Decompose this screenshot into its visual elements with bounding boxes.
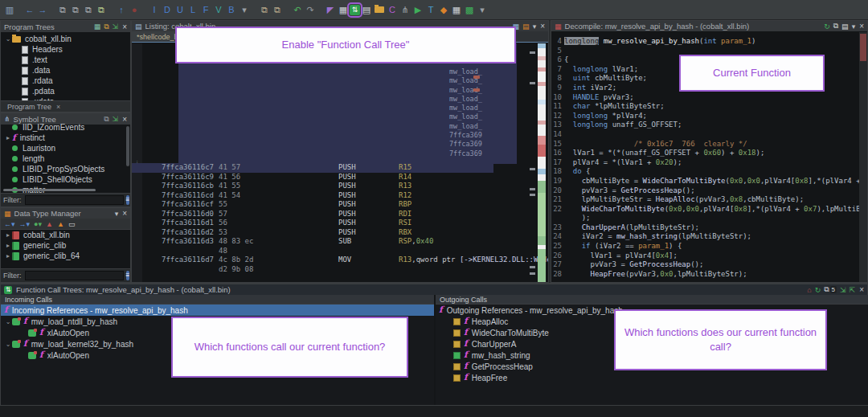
decompile-line[interactable]: 11 char *lpMultiByteStr; — [551, 102, 867, 112]
format-f-icon[interactable]: F — [199, 2, 212, 17]
decompile-line[interactable]: 18 do { — [551, 167, 867, 177]
format-v-icon[interactable]: V — [212, 2, 225, 17]
close-icon[interactable]: × — [122, 209, 127, 218]
decompile-line[interactable]: 23 CharUpperA(lpMultiByteStr); — [551, 223, 867, 233]
filter-options-icon[interactable]: ≡ — [126, 195, 130, 205]
program-tree-section[interactable]: .rdata — [4, 76, 130, 86]
program-tree-root[interactable]: ⌄cobalt_xll.bin — [4, 34, 130, 44]
dtm-item[interactable]: ▸cobalt_xll.bin — [4, 230, 130, 240]
decompile-line[interactable]: 19 cbMultiByte = WideCharToMultiByte(0x0… — [551, 177, 867, 186]
incoming-root-row[interactable]: fIncoming References - mw_resolve_api_by… — [1, 305, 434, 316]
chevron-right-icon[interactable]: ▸ — [4, 252, 12, 260]
listing-row[interactable]: 7ffca36116d348 83 ecSUBRSP,0x40 — [132, 237, 524, 247]
xref-label[interactable]: 7ffca369 — [449, 131, 526, 140]
undo-icon[interactable]: ↶ — [291, 2, 304, 17]
dtm-scope-icon[interactable]: ●▾ — [34, 220, 42, 228]
decompile-line[interactable]: 22 WideCharToMultiByte(0x0,0x0,plVar4[0x… — [551, 205, 867, 215]
menu-caret-icon[interactable]: ▾ — [533, 22, 537, 31]
decompile-line[interactable]: 21 lpMultiByteStr = HeapAlloc(pvVar3,0x8… — [551, 195, 867, 205]
decompile-line[interactable]: 24 iVar2 = mw_hash_string(lpMultiByteStr… — [551, 232, 867, 242]
xref-label[interactable]: mw_load_ — [449, 112, 526, 121]
clipboard-alt-icon[interactable]: ⧉ — [271, 2, 284, 17]
decompile-line[interactable]: 17 plVar4 = *(lVar1 + 0x20); — [551, 158, 867, 168]
expand-tree-icon[interactable]: ⇲ — [840, 286, 846, 294]
close-icon[interactable]: × — [859, 22, 864, 31]
chevron-right-icon[interactable]: ▸ — [4, 242, 12, 249]
listing-row[interactable]: 7ffca36116d057PUSHRDI — [132, 210, 524, 219]
function-call-trees-icon[interactable]: ⇅ — [350, 5, 360, 15]
bytes-caret-icon[interactable]: ▾ — [476, 2, 489, 17]
refresh-icon[interactable]: ↻ — [815, 286, 821, 294]
decompile-line[interactable]: 13 longlong unaff_GS_OFFSET; — [551, 121, 867, 130]
paste-icon[interactable]: ⧉ — [69, 2, 82, 17]
open-folder-icon[interactable]: ⧉ — [104, 22, 108, 31]
collapse-tree-icon[interactable]: ⇱ — [850, 286, 856, 294]
goto-icon[interactable]: ⇲ — [113, 115, 119, 123]
decompile-line[interactable]: 28 HeapFree(pvVar3,0x0,lpMultiByteStr); — [551, 270, 867, 280]
dtm-item[interactable]: ▸generic_clib_64 — [4, 251, 130, 261]
decompile-line[interactable]: 10 HANDLE pvVar3; — [551, 93, 867, 103]
chevron-down-icon[interactable]: ⌄ — [4, 35, 12, 43]
decompile-line[interactable]: 16 lVar1 = *(*(unaff_GS_OFFSET + 0x60) +… — [551, 149, 867, 158]
home-icon[interactable]: ⌂ — [807, 286, 811, 294]
symbol-tree-item[interactable]: LIBID_ShellObjects — [4, 174, 130, 185]
functions-folder-icon[interactable] — [373, 2, 386, 17]
decompile-line[interactable]: 4longlong mw_resolve_api_by_hash(int par… — [551, 37, 867, 47]
xref-label[interactable]: 7ffca369 — [449, 149, 526, 158]
listing-row[interactable]: 7ffca36116cd41 54PUSHR12 — [132, 191, 524, 201]
chevron-down-icon[interactable]: ⌄ — [4, 318, 12, 325]
run-script-icon[interactable]: ▶ — [411, 2, 424, 17]
dtm-collapse-icon[interactable]: ▭ — [68, 220, 76, 228]
cpp-class-icon[interactable]: C — [386, 2, 399, 17]
display-icon[interactable]: ▦ — [94, 22, 101, 31]
listing-row[interactable]: 7ffca36116d156PUSHRSI — [132, 219, 524, 228]
symbol-tree-item[interactable]: IID_IZoomEvents — [4, 122, 130, 133]
export-icon[interactable]: ▤ — [841, 22, 849, 31]
forward-icon[interactable]: → — [36, 2, 49, 17]
program-tree-section[interactable]: .data — [4, 65, 130, 76]
menu-caret-icon[interactable]: ▾ — [852, 22, 856, 31]
program-tree-section[interactable]: .text — [4, 55, 130, 65]
chevron-right-icon[interactable]: ▸ — [4, 231, 12, 239]
paste-special-icon[interactable]: ⧉ — [82, 2, 95, 17]
dtm-conflict-icon[interactable]: ▲ — [46, 220, 53, 228]
close-icon[interactable]: × — [540, 22, 545, 31]
bytes-view-icon[interactable]: ▩ — [463, 2, 476, 17]
copy-icon[interactable]: ⧉ — [824, 285, 829, 294]
clipboard-icon[interactable]: ⧉ — [258, 2, 271, 17]
notepad-icon[interactable]: ▤ — [360, 2, 373, 17]
listing-body[interactable]: ⁞⁞ mw_load_mw_load_mw_load_mw_load_mw_lo… — [132, 43, 548, 282]
chevron-right-icon[interactable]: ▸ — [4, 134, 12, 141]
format-u-icon[interactable]: U — [174, 2, 186, 17]
clear-marker-icon[interactable]: ● — [128, 2, 141, 17]
xref-label[interactable]: mw_load_ — [449, 67, 526, 76]
menu-caret-icon[interactable]: ▾ — [115, 210, 119, 218]
format-d-icon[interactable]: D — [161, 2, 174, 17]
hierarchy-icon[interactable]: ⋔ — [399, 2, 411, 17]
back-icon[interactable]: ← — [23, 2, 36, 17]
folder-icon[interactable]: ⧉ — [104, 115, 108, 124]
decompile-line[interactable]: 26 lVar1 = plVar4[0x4]; — [551, 251, 867, 261]
xref-label[interactable]: mw_load_ — [449, 122, 526, 131]
xref-label[interactable]: 7ffca369 — [449, 140, 526, 149]
dtm-back-icon[interactable]: ←▾ — [4, 220, 15, 228]
chevron-down-icon[interactable]: ⌄ — [4, 341, 12, 348]
v-scrollbar[interactable] — [126, 126, 129, 166]
copy-icon[interactable]: ⧉ — [833, 22, 838, 31]
table-view-icon[interactable]: ▦ — [337, 2, 350, 17]
refresh-icon[interactable]: ↻ — [824, 22, 830, 31]
diamond-tool-icon[interactable]: ◆ — [437, 2, 450, 17]
symbol-tree-item[interactable]: Lauriston — [4, 143, 130, 153]
xref-label[interactable]: mw_load_ — [449, 76, 526, 85]
symbol-filter-input[interactable] — [25, 195, 124, 205]
close-icon[interactable]: × — [122, 22, 127, 31]
symbol-tree-item[interactable]: ▸finstinct — [4, 133, 130, 143]
format-i-icon[interactable]: I — [148, 2, 161, 17]
overview-margin[interactable] — [538, 43, 546, 282]
save-icon[interactable]: ▥ — [3, 2, 16, 17]
xref-label[interactable]: mw_load_ — [449, 104, 526, 112]
dtm-forward-icon[interactable]: →▾ — [19, 220, 31, 228]
listing-row[interactable]: 7ffca36116d74c 8b 2dMOVR13,qword ptr [->… — [132, 256, 524, 265]
new-tree-icon[interactable]: ⇲ — [113, 22, 119, 31]
decompile-line[interactable]: 14 — [551, 130, 867, 140]
